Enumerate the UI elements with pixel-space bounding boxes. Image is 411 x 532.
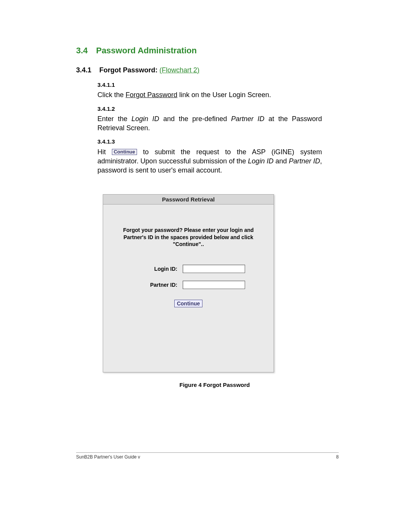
- step-3: 3.4.1.3 Hit Continue to submit the reque…: [97, 138, 339, 175]
- panel-message-line3: "Continue"..: [173, 241, 204, 247]
- step-3-c: and: [274, 157, 289, 165]
- subsection-heading: 3.4.1 Forgot Password: (Flowchart 2): [76, 66, 339, 74]
- section-number: 3.4: [76, 46, 94, 56]
- login-id-text-2: Login ID: [248, 157, 274, 165]
- panel-message-line1: Forgot your password? Please enter your …: [123, 227, 253, 233]
- step-2: 3.4.1.2 Enter the Login ID and the pre-d…: [97, 105, 339, 133]
- panel-message: Forgot your password? Please enter your …: [103, 204, 274, 248]
- flowchart-link[interactable]: (Flowchart 2): [159, 66, 199, 74]
- continue-button-inline-icon: Continue: [112, 149, 137, 155]
- partner-id-row: Partner ID:: [103, 281, 274, 289]
- step-2-number: 3.4.1.2: [97, 105, 119, 113]
- step-1: 3.4.1.1 Click the Forgot Password link o…: [97, 81, 339, 100]
- step-2-body: Enter the Login ID and the pre-defined P…: [97, 114, 322, 133]
- section-title: Password Administration: [96, 46, 196, 55]
- login-id-label: Login ID:: [132, 266, 183, 272]
- step-3-number: 3.4.1.3: [97, 138, 119, 145]
- step-1-pre: Click the: [97, 91, 126, 99]
- subsection-title: Forgot Password:: [99, 66, 158, 74]
- step-1-body: Click the Forgot Password link on the Us…: [97, 90, 322, 99]
- login-id-text: Login ID: [131, 115, 159, 123]
- panel-message-line2: Partner's ID in the spaces provided belo…: [124, 234, 253, 240]
- footer-left: SunB2B Partner's User Guide v: [76, 454, 140, 460]
- step-3-a: Hit: [97, 148, 112, 156]
- partner-id-input[interactable]: [183, 281, 245, 289]
- subsection-number: 3.4.1: [76, 66, 97, 74]
- step-2-a: Enter the: [97, 115, 131, 123]
- panel-title: Password Retrieval: [103, 195, 274, 204]
- step-3-body: Hit Continue to submit the request to th…: [97, 147, 322, 175]
- partner-id-text: Partner ID: [231, 115, 264, 123]
- partner-id-label: Partner ID:: [132, 282, 183, 288]
- password-retrieval-panel: Password Retrieval Forgot your password?…: [103, 194, 274, 372]
- login-id-input[interactable]: [183, 265, 245, 273]
- step-1-number: 3.4.1.1: [97, 81, 119, 89]
- forgot-password-text: Forgot Password: [126, 91, 177, 99]
- partner-id-text-2: Partner ID: [289, 157, 320, 165]
- page-footer: SunB2B Partner's User Guide v 8: [76, 452, 339, 460]
- figure-caption: Figure 4 Forgot Password: [129, 382, 300, 388]
- continue-button[interactable]: Continue: [174, 300, 203, 307]
- step-1-post: link on the User Login Screen.: [177, 91, 271, 99]
- footer-page-number: 8: [336, 454, 339, 460]
- login-id-row: Login ID:: [103, 265, 274, 273]
- section-heading: 3.4 Password Administration: [76, 46, 339, 56]
- step-2-b: and the pre-defined: [159, 115, 231, 123]
